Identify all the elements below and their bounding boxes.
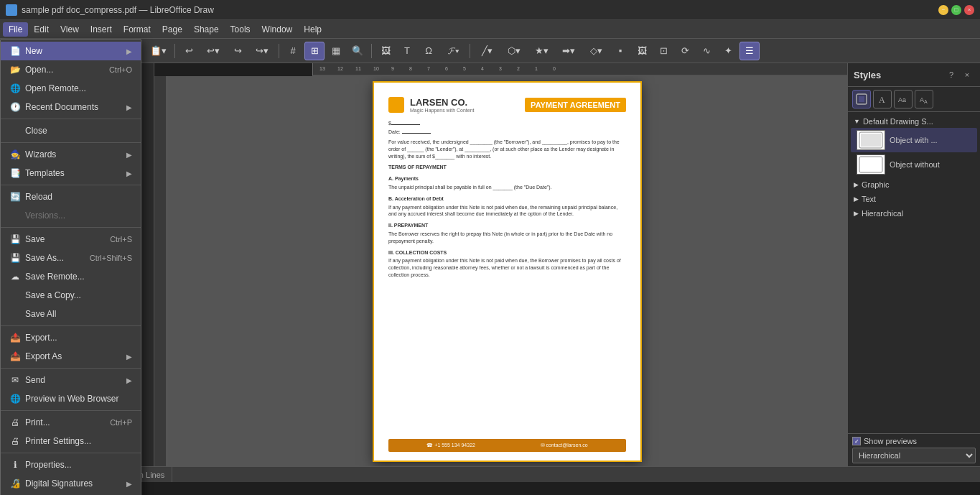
crop-button[interactable]: ⊡ (653, 42, 673, 60)
menu-preview[interactable]: 🌐 Preview in Web Browser (1, 389, 141, 408)
block-arrows-button[interactable]: ➡▾ (556, 42, 582, 60)
default-drawing-styles-header[interactable]: ▼ Default Drawing S... (851, 115, 977, 128)
date-label: Date: (388, 129, 401, 134)
hierarchical-styles-header[interactable]: ▶ Hierarchical (851, 207, 977, 220)
menu-open-remote[interactable]: 🌐 Open Remote... (1, 79, 141, 98)
menu-save-copy[interactable]: Save a Copy... (1, 286, 141, 305)
acceleration-section: B. Acceleration of Debt If any payment o… (388, 195, 626, 218)
lines-arrows-button[interactable]: ╱▾ (474, 42, 500, 60)
graphic-styles-header[interactable]: ▶ Graphic (851, 178, 977, 191)
doc-title-badge: PAYMENT AGREEMENT (525, 98, 626, 112)
sidebar-toggle-button[interactable]: ☰ (739, 42, 760, 60)
styles-icons-row: A Aa AA (848, 87, 980, 112)
window-controls: − □ × (938, 5, 974, 15)
menu-new[interactable]: 📄 New ▶ (1, 42, 141, 60)
show-previews-cb[interactable]: ✓ Show previews (852, 437, 976, 445)
close-button[interactable]: × (964, 5, 974, 15)
effects-button[interactable]: ✦ (718, 42, 738, 60)
style-object-with[interactable]: Object with ... (851, 128, 977, 152)
sep-2 (1, 142, 141, 143)
menu-tools[interactable]: Tools (225, 22, 256, 37)
print-menu-icon: 🖨 (9, 417, 21, 428)
transform-button[interactable]: ⟳ (675, 42, 695, 60)
styles-close-button[interactable]: × (960, 68, 974, 82)
menu-help[interactable]: Help (298, 22, 327, 37)
doc-header: LARSEN CO. Magic Happens with Content PA… (388, 97, 626, 113)
style-object-without[interactable]: Object without (851, 152, 977, 177)
shadow-button[interactable]: ▪ (610, 42, 630, 60)
insert-image-button[interactable]: 🖼 (375, 42, 396, 60)
custom-styles-icon[interactable]: Aa (894, 90, 913, 108)
styles-dropdown[interactable]: Hierarchical All Styles Applied Styles (852, 448, 976, 463)
flowchart-button[interactable]: ◇▾ (583, 42, 609, 60)
doc-amount-line: $ (388, 120, 626, 127)
menu-close[interactable]: Close (1, 121, 141, 140)
menu-print[interactable]: 🖨 Print... Ctrl+P (1, 413, 141, 432)
show-previews-checkbox[interactable]: ✓ (852, 437, 861, 445)
canvas-area[interactable]: LARSEN CO. Magic Happens with Content PA… (167, 76, 847, 466)
grid-button[interactable]: # (283, 42, 303, 60)
basic-shapes-button[interactable]: ⬡▾ (501, 42, 527, 60)
insert-special-char-button[interactable]: Ω (419, 42, 439, 60)
ruler-horizontal: 1312 1110 98 76 54 32 10 (312, 63, 847, 76)
menu-save-as[interactable]: 💾 Save As... Ctrl+Shift+S (1, 249, 141, 267)
menu-export-as[interactable]: 📤 Export As ▶ (1, 347, 141, 366)
display-grid-button[interactable]: ▦ (326, 42, 346, 60)
svg-text:Aa: Aa (898, 96, 906, 103)
svg-text:11: 11 (355, 66, 361, 71)
menu-save[interactable]: 💾 Save Ctrl+S (1, 230, 141, 249)
menu-insert[interactable]: Insert (85, 22, 118, 37)
menu-page[interactable]: Page (157, 22, 188, 37)
export-as-icon: 📤 (9, 351, 21, 362)
drawing-styles-icon[interactable] (852, 90, 871, 108)
text-group-expand-icon: ▶ (854, 195, 859, 203)
redo-list-button[interactable]: ↪▾ (249, 42, 275, 60)
text-styles-group: ▶ Text (851, 193, 977, 205)
company-name: LARSEN CO. (410, 97, 475, 108)
text-styles-icon[interactable]: A (873, 90, 892, 108)
menu-edit[interactable]: Edit (28, 22, 55, 37)
menu-printer-settings[interactable]: 🖨 Printer Settings... (1, 432, 141, 450)
menu-reload[interactable]: 🔄 Reload (1, 188, 141, 206)
redo-button[interactable]: ↪ (228, 42, 248, 60)
menu-send[interactable]: ✉ Send ▶ (1, 371, 141, 389)
doc-content: $ Date: For value received, the undersig… (388, 120, 626, 279)
undo-list-button[interactable]: ↩▾ (200, 42, 226, 60)
menu-open[interactable]: 📂 Open... Ctrl+O (1, 60, 141, 79)
menu-view[interactable]: View (55, 22, 85, 37)
text-group-label: Text (862, 195, 876, 203)
symbol-shapes-button[interactable]: ★▾ (528, 42, 554, 60)
snap-grid-button[interactable]: ⊞ (304, 42, 325, 60)
undo-button[interactable]: ↩ (179, 42, 199, 60)
menu-templates[interactable]: 📑 Templates ▶ (1, 164, 141, 182)
menu-recent[interactable]: 🕐 Recent Documents ▶ (1, 98, 141, 116)
insert-fontwork-button[interactable]: 𝓕▾ (440, 42, 466, 60)
statusbar: Layout Controls Dimension Lines (0, 466, 980, 482)
logo-text-block: LARSEN CO. Magic Happens with Content (410, 97, 475, 113)
menu-properties[interactable]: ℹ Properties... (1, 455, 141, 474)
size-styles-icon[interactable]: AA (915, 90, 933, 108)
menu-shape[interactable]: Shape (188, 22, 225, 37)
menu-export[interactable]: 📤 Export... (1, 328, 141, 347)
menu-wizards[interactable]: 🧙 Wizards ▶ (1, 145, 141, 164)
menu-window[interactable]: Window (256, 22, 299, 37)
svg-text:6: 6 (445, 66, 448, 71)
menu-file[interactable]: File (3, 22, 28, 37)
styles-help-button[interactable]: ? (944, 68, 958, 82)
insert-textbox-button[interactable]: T (397, 42, 417, 60)
minimize-button[interactable]: − (938, 5, 948, 15)
preview-icon: 🌐 (9, 393, 21, 404)
menu-digital-sig[interactable]: 🔏 Digital Signatures ▶ (1, 474, 141, 493)
maximize-button[interactable]: □ (951, 5, 961, 15)
versions-icon (9, 210, 21, 221)
picture-button[interactable]: 🖼 (632, 42, 652, 60)
styles-toolbar-buttons: ? × (944, 68, 974, 82)
zoom-pan-button[interactable]: 🔍 (347, 42, 368, 60)
menu-format[interactable]: Format (118, 22, 157, 37)
menu-save-all[interactable]: Save All (1, 305, 141, 323)
paste-special-button[interactable]: 📋▾ (145, 42, 171, 60)
bezier-button[interactable]: ∿ (696, 42, 717, 60)
text-styles-header[interactable]: ▶ Text (851, 193, 977, 205)
menu-save-remote[interactable]: ☁ Save Remote... (1, 267, 141, 286)
svg-text:1: 1 (535, 66, 538, 71)
